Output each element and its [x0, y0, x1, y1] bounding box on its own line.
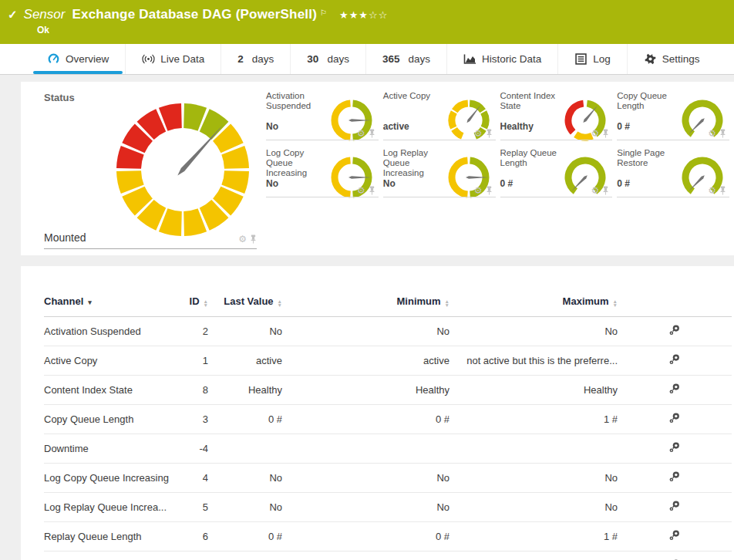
wrench-icon[interactable] [668, 529, 681, 541]
status-value: Mounted [44, 231, 86, 244]
wrench-icon[interactable] [668, 500, 681, 512]
gear-icon[interactable]: ⚙ [474, 186, 483, 195]
wrench-icon[interactable] [668, 412, 681, 424]
tab-365-days[interactable]: 365days [365, 44, 446, 74]
tab-number: 30 [307, 53, 318, 65]
pin-icon[interactable] [486, 186, 493, 195]
id-cell: 4 [171, 464, 208, 493]
id-cell: 1 [171, 346, 208, 376]
wrench-icon[interactable] [668, 471, 681, 483]
last-cell: active [208, 346, 282, 376]
column-header-maximum[interactable]: Maximum▲▼ [449, 285, 618, 317]
last-cell: Healthy [208, 376, 282, 405]
id-cell: 5 [171, 493, 208, 522]
pin-icon[interactable] [602, 129, 609, 138]
pin-icon[interactable] [719, 129, 726, 138]
table-row[interactable]: Active Copy1activeactivenot active but t… [44, 346, 732, 376]
last-cell: 0 # [208, 552, 282, 560]
column-label: Last Value [224, 295, 273, 307]
id-cell: 8 [171, 376, 208, 405]
pin-icon[interactable] [369, 186, 375, 195]
gear-icon[interactable]: ⚙ [474, 129, 483, 138]
tab-label: days [252, 53, 274, 65]
gear-icon[interactable]: ⚙ [708, 186, 716, 195]
sensor-type-label: Sensor [24, 7, 66, 22]
pin-icon[interactable] [602, 186, 609, 195]
channel-cell: Active Copy [44, 346, 171, 376]
tab-2-days[interactable]: 2days [221, 44, 290, 74]
gear-icon[interactable]: ⚙ [708, 129, 716, 138]
wrench-icon[interactable] [668, 383, 681, 395]
channel-cell: Log Copy Queue Increasing [44, 464, 171, 493]
gauge-divider [500, 140, 613, 140]
flag-icon[interactable]: ⚐ [320, 8, 327, 17]
column-label: ID [190, 295, 200, 307]
sort-icon: ▲▼ [613, 299, 618, 307]
max-cell: No [449, 493, 618, 522]
channel-table: Channel▾ID▲▼Last Value▲▼Minimum▲▼Maximum… [44, 285, 732, 560]
channel-gauges-grid: Activation SuspendedNo⚙Active Copyactive… [258, 82, 734, 255]
pin-icon[interactable] [719, 186, 726, 195]
gear-icon[interactable]: ⚙ [591, 186, 599, 195]
wrench-icon[interactable] [668, 441, 681, 454]
id-cell: 6 [171, 522, 208, 552]
table-row[interactable]: Downtime-4 [44, 434, 732, 464]
table-row[interactable]: Activation Suspended2NoNoNo [44, 317, 732, 346]
column-label: Maximum [563, 295, 609, 307]
min-cell: No [282, 317, 449, 346]
gauge-divider [617, 140, 729, 140]
gear-icon[interactable]: ⚙ [357, 186, 365, 195]
tab-number: 365 [382, 53, 400, 65]
tab-30-days[interactable]: 30days [290, 44, 365, 74]
gear-icon[interactable]: ⚙ [238, 234, 247, 244]
pin-icon[interactable] [250, 234, 257, 244]
gear-icon[interactable]: ⚙ [357, 129, 365, 138]
min-cell: 0 # [282, 522, 449, 552]
row-action-cell [618, 434, 732, 464]
channel-cell: Content Index State [44, 376, 171, 405]
channel-table-panel: Channel▾ID▲▼Last Value▲▼Minimum▲▼Maximum… [21, 266, 734, 560]
tab-label: Live Data [160, 53, 204, 65]
column-header-last-value[interactable]: Last Value▲▼ [208, 285, 282, 317]
wrench-icon[interactable] [668, 353, 681, 366]
priority-stars[interactable]: ★★★☆☆ [339, 9, 388, 21]
tab-live-data[interactable]: Live Data [125, 44, 221, 74]
gauge-cell-active-copy: Active Copyactive⚙ [383, 86, 500, 143]
column-header-minimum[interactable]: Minimum▲▼ [282, 285, 449, 317]
column-header-id[interactable]: ID▲▼ [171, 285, 208, 317]
tab-log[interactable]: Log [557, 44, 627, 74]
wrench-icon[interactable] [668, 324, 681, 336]
tab-settings[interactable]: Settings [627, 44, 716, 74]
gauge-cell-activation-suspended: Activation SuspendedNo⚙ [266, 86, 383, 143]
sort-icon: ▲▼ [204, 299, 208, 307]
channel-cell: Log Replay Queue Increa... [44, 493, 171, 522]
pin-icon[interactable] [486, 129, 493, 138]
column-label: Minimum [397, 295, 441, 307]
table-row[interactable]: Log Replay Queue Increa...5NoNoNo [44, 493, 732, 522]
status-gauge[interactable] [113, 100, 252, 239]
ok-check-icon: ✓ [8, 8, 18, 22]
gear-icon[interactable]: ⚙ [591, 129, 599, 138]
broadcast-icon [142, 53, 155, 65]
gauge-divider [383, 140, 496, 140]
gauge-value: No [266, 121, 278, 132]
max-cell: 1 # [449, 522, 618, 552]
gauge-value: 0 # [617, 121, 630, 132]
table-row[interactable]: Copy Queue Length30 #0 #1 # [44, 405, 732, 434]
tab-label: Overview [66, 53, 109, 65]
tab-historic-data[interactable]: Historic Data [446, 44, 557, 74]
tab-label: days [327, 53, 349, 65]
table-row[interactable]: Replay Queue Length60 #0 #1 # [44, 522, 732, 552]
gauge-cell-log-replay-queue-increasing: Log Replay Queue IncreasingNo⚙ [383, 143, 500, 201]
max-cell: No [449, 464, 618, 493]
gauge-divider [500, 197, 613, 197]
table-row[interactable]: Log Copy Queue Increasing4NoNoNo [44, 464, 732, 493]
table-row[interactable]: Content Index State8HealthyHealthyHealth… [44, 376, 732, 405]
status-panel-title: Status [44, 92, 75, 103]
table-row[interactable]: Single Page Restore70 #0 #0 # [44, 552, 732, 560]
tab-overview[interactable]: Overview [31, 44, 125, 74]
gauge-value: No [383, 178, 396, 189]
sort-desc-icon: ▾ [88, 299, 92, 306]
pin-icon[interactable] [369, 129, 375, 138]
column-header-channel[interactable]: Channel▾ [44, 285, 171, 317]
